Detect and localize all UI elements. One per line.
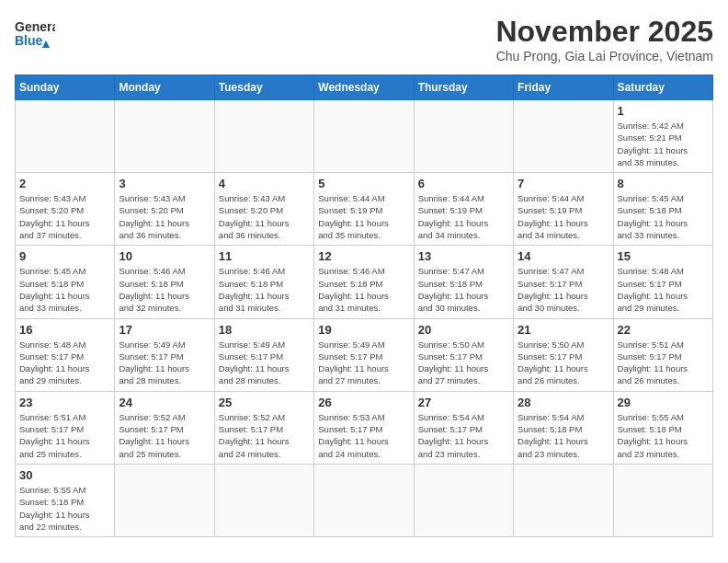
calendar-cell: 30Sunrise: 5:55 AM Sunset: 5:18 PM Dayli… [16, 464, 115, 536]
day-info: Sunrise: 5:55 AM Sunset: 5:18 PM Dayligh… [618, 411, 709, 460]
day-number: 15 [618, 249, 709, 263]
calendar-cell-empty [214, 464, 313, 536]
day-info: Sunrise: 5:51 AM Sunset: 5:17 PM Dayligh… [618, 339, 709, 387]
day-info: Sunrise: 5:48 AM Sunset: 5:17 PM Dayligh… [19, 339, 110, 387]
day-number: 11 [219, 249, 310, 263]
day-info: Sunrise: 5:43 AM Sunset: 5:20 PM Dayligh… [119, 192, 210, 241]
calendar-cell: 26Sunrise: 5:53 AM Sunset: 5:17 PM Dayli… [314, 391, 414, 464]
day-info: Sunrise: 5:46 AM Sunset: 5:18 PM Dayligh… [318, 265, 409, 314]
day-number: 26 [318, 396, 409, 409]
day-info: Sunrise: 5:49 AM Sunset: 5:17 PM Dayligh… [318, 339, 409, 387]
day-number: 22 [618, 323, 709, 337]
day-number: 13 [418, 249, 509, 263]
page-header: General Blue November 2025 Chu Prong, Gi… [15, 15, 713, 63]
calendar-cell: 28Sunrise: 5:54 AM Sunset: 5:18 PM Dayli… [514, 391, 613, 464]
weekday-thursday: Thursday [414, 75, 513, 100]
calendar-row: 2Sunrise: 5:43 AM Sunset: 5:20 PM Daylig… [16, 173, 713, 246]
day-number: 24 [119, 396, 210, 409]
calendar-cell: 27Sunrise: 5:54 AM Sunset: 5:17 PM Dayli… [414, 391, 513, 464]
day-info: Sunrise: 5:47 AM Sunset: 5:17 PM Dayligh… [518, 265, 609, 314]
day-info: Sunrise: 5:49 AM Sunset: 5:17 PM Dayligh… [119, 339, 210, 387]
day-info: Sunrise: 5:45 AM Sunset: 5:18 PM Dayligh… [618, 192, 709, 241]
day-number: 14 [518, 249, 609, 263]
weekday-monday: Monday [115, 75, 214, 100]
day-number: 8 [618, 177, 709, 190]
day-info: Sunrise: 5:52 AM Sunset: 5:17 PM Dayligh… [219, 411, 310, 460]
day-info: Sunrise: 5:54 AM Sunset: 5:17 PM Dayligh… [418, 411, 509, 460]
calendar-row: 23Sunrise: 5:51 AM Sunset: 5:17 PM Dayli… [16, 391, 713, 464]
calendar-cell [414, 100, 513, 173]
logo: General Blue [15, 15, 55, 55]
day-number: 3 [119, 177, 210, 190]
calendar-row: 9Sunrise: 5:45 AM Sunset: 5:18 PM Daylig… [16, 246, 713, 318]
calendar-table: SundayMondayTuesdayWednesdayThursdayFrid… [15, 75, 713, 537]
day-info: Sunrise: 5:52 AM Sunset: 5:17 PM Dayligh… [119, 411, 210, 460]
calendar-cell: 21Sunrise: 5:50 AM Sunset: 5:17 PM Dayli… [514, 318, 613, 391]
day-number: 2 [19, 177, 110, 190]
calendar-cell [214, 100, 313, 173]
calendar-cell: 15Sunrise: 5:48 AM Sunset: 5:17 PM Dayli… [613, 246, 712, 318]
calendar-cell: 14Sunrise: 5:47 AM Sunset: 5:17 PM Dayli… [514, 246, 613, 318]
day-info: Sunrise: 5:45 AM Sunset: 5:18 PM Dayligh… [19, 265, 110, 314]
day-number: 7 [518, 177, 609, 190]
day-number: 28 [518, 396, 609, 409]
weekday-friday: Friday [514, 75, 613, 100]
title-area: November 2025 Chu Prong, Gia Lai Provinc… [495, 15, 713, 63]
calendar-cell-empty [115, 464, 214, 536]
day-number: 30 [19, 468, 110, 482]
day-number: 9 [19, 249, 110, 263]
day-number: 25 [219, 396, 310, 409]
calendar-cell: 11Sunrise: 5:46 AM Sunset: 5:18 PM Dayli… [214, 246, 313, 318]
calendar-cell-empty [314, 464, 414, 536]
day-number: 21 [518, 323, 609, 337]
calendar-cell: 22Sunrise: 5:51 AM Sunset: 5:17 PM Dayli… [613, 318, 712, 391]
logo-icon: General Blue [15, 15, 55, 55]
svg-marker-2 [42, 40, 50, 48]
weekday-sunday: Sunday [16, 75, 115, 100]
day-info: Sunrise: 5:43 AM Sunset: 5:20 PM Dayligh… [19, 192, 110, 241]
weekday-tuesday: Tuesday [214, 75, 313, 100]
day-info: Sunrise: 5:50 AM Sunset: 5:17 PM Dayligh… [518, 339, 609, 387]
day-number: 27 [418, 396, 509, 409]
calendar-cell: 29Sunrise: 5:55 AM Sunset: 5:18 PM Dayli… [613, 391, 712, 464]
day-info: Sunrise: 5:50 AM Sunset: 5:17 PM Dayligh… [418, 339, 509, 387]
day-info: Sunrise: 5:49 AM Sunset: 5:17 PM Dayligh… [219, 339, 310, 387]
day-number: 10 [119, 249, 210, 263]
day-number: 23 [19, 396, 110, 409]
calendar-cell: 20Sunrise: 5:50 AM Sunset: 5:17 PM Dayli… [414, 318, 513, 391]
calendar-cell [115, 100, 214, 173]
calendar-cell: 19Sunrise: 5:49 AM Sunset: 5:17 PM Dayli… [314, 318, 414, 391]
weekday-header-row: SundayMondayTuesdayWednesdayThursdayFrid… [16, 75, 713, 100]
day-number: 19 [318, 323, 409, 337]
day-info: Sunrise: 5:51 AM Sunset: 5:17 PM Dayligh… [19, 411, 110, 460]
calendar-cell-empty [514, 464, 613, 536]
calendar-cell: 8Sunrise: 5:45 AM Sunset: 5:18 PM Daylig… [613, 173, 712, 246]
day-info: Sunrise: 5:47 AM Sunset: 5:18 PM Dayligh… [418, 265, 509, 314]
weekday-saturday: Saturday [613, 75, 712, 100]
svg-text:Blue: Blue [15, 33, 43, 48]
calendar-cell: 25Sunrise: 5:52 AM Sunset: 5:17 PM Dayli… [214, 391, 313, 464]
calendar-cell-empty [613, 464, 712, 536]
calendar-cell [514, 100, 613, 173]
calendar-cell: 18Sunrise: 5:49 AM Sunset: 5:17 PM Dayli… [214, 318, 313, 391]
day-number: 18 [219, 323, 310, 337]
calendar-cell: 17Sunrise: 5:49 AM Sunset: 5:17 PM Dayli… [115, 318, 214, 391]
day-number: 1 [618, 104, 709, 118]
day-number: 4 [219, 177, 310, 190]
day-number: 17 [119, 323, 210, 337]
day-number: 20 [418, 323, 509, 337]
calendar-cell [314, 100, 414, 173]
calendar-cell: 16Sunrise: 5:48 AM Sunset: 5:17 PM Dayli… [16, 318, 115, 391]
calendar-cell: 4Sunrise: 5:43 AM Sunset: 5:20 PM Daylig… [214, 173, 313, 246]
calendar-cell: 5Sunrise: 5:44 AM Sunset: 5:19 PM Daylig… [314, 173, 414, 246]
day-number: 29 [618, 396, 709, 409]
day-info: Sunrise: 5:48 AM Sunset: 5:17 PM Dayligh… [618, 265, 709, 314]
weekday-wednesday: Wednesday [314, 75, 414, 100]
day-number: 12 [318, 249, 409, 263]
calendar-cell: 24Sunrise: 5:52 AM Sunset: 5:17 PM Dayli… [115, 391, 214, 464]
calendar-cell: 6Sunrise: 5:44 AM Sunset: 5:19 PM Daylig… [414, 173, 513, 246]
day-info: Sunrise: 5:53 AM Sunset: 5:17 PM Dayligh… [318, 411, 409, 460]
calendar-cell-empty [414, 464, 513, 536]
day-number: 6 [418, 177, 509, 190]
day-info: Sunrise: 5:55 AM Sunset: 5:18 PM Dayligh… [19, 484, 110, 533]
